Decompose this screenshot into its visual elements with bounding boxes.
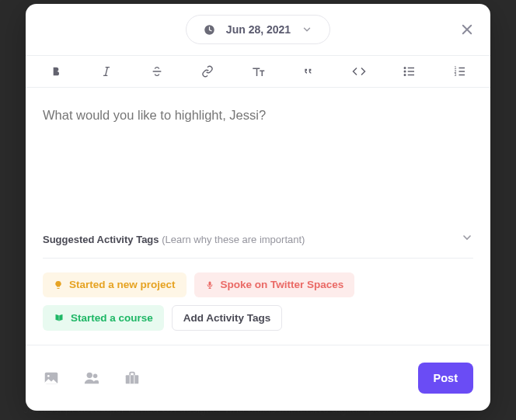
svg-rect-25 (126, 375, 139, 384)
text-size-button[interactable] (232, 56, 283, 87)
tags-collapse-button[interactable] (461, 231, 473, 247)
compose-modal: Jun 28, 2021 (26, 4, 490, 411)
bullet-list-button[interactable] (385, 56, 435, 87)
modal-footer: Post (26, 345, 490, 411)
svg-point-10 (405, 68, 406, 69)
add-activity-tags-button[interactable]: Add Activity Tags (172, 305, 283, 331)
clock-icon (204, 24, 215, 36)
date-picker[interactable]: Jun 28, 2021 (186, 15, 330, 44)
tags-title: Suggested Activity Tags (43, 234, 159, 245)
post-button[interactable]: Post (418, 363, 473, 394)
bold-button[interactable] (30, 56, 81, 87)
mic-icon (205, 280, 214, 290)
italic-button[interactable] (81, 56, 131, 87)
briefcase-attach-button[interactable] (124, 370, 141, 387)
date-label: Jun 28, 2021 (226, 23, 291, 36)
tag-suggestions: Started a new project Spoke on Twitter S… (43, 259, 473, 345)
link-button[interactable] (182, 56, 232, 87)
bulb-icon (54, 280, 63, 290)
svg-rect-19 (208, 281, 211, 286)
image-attach-button[interactable] (43, 370, 60, 387)
svg-point-22 (47, 375, 50, 377)
editor-area[interactable] (26, 88, 490, 228)
tags-section: Suggested Activity Tags (Learn why these… (26, 228, 490, 345)
tag-started-course[interactable]: Started a course (43, 305, 164, 331)
tag-label: Add Activity Tags (183, 313, 271, 324)
close-button[interactable] (459, 22, 475, 37)
svg-point-12 (405, 75, 406, 76)
book-icon (54, 313, 64, 322)
people-attach-button[interactable] (83, 370, 100, 387)
quote-button[interactable] (284, 56, 334, 87)
svg-line-3 (105, 68, 107, 76)
svg-point-23 (87, 373, 92, 378)
ordered-list-button[interactable]: 123 (435, 56, 486, 87)
format-toolbar: 123 (26, 55, 490, 88)
editor-input[interactable] (43, 108, 473, 123)
tag-started-project[interactable]: Started a new project (43, 272, 187, 297)
tag-label: Started a new project (69, 279, 176, 290)
tag-twitter-spaces[interactable]: Spoke on Twitter Spaces (194, 272, 355, 297)
code-button[interactable] (334, 56, 385, 87)
tags-header: Suggested Activity Tags (Learn why these… (43, 228, 473, 259)
tag-label: Started a course (71, 313, 153, 324)
svg-point-24 (93, 374, 98, 379)
tags-hint[interactable]: (Learn why these are important) (162, 234, 305, 245)
chevron-down-icon (302, 24, 312, 35)
tag-label: Spoke on Twitter Spaces (221, 279, 344, 290)
svg-point-11 (405, 71, 406, 72)
strikethrough-button[interactable] (131, 56, 182, 87)
modal-header: Jun 28, 2021 (26, 4, 490, 55)
svg-text:3: 3 (455, 72, 457, 77)
attachment-icons (43, 370, 141, 387)
